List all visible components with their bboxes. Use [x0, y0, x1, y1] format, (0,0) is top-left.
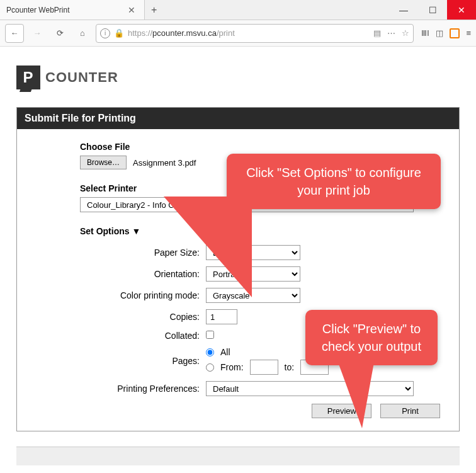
url-more-icon[interactable]: ⋯ [387, 28, 395, 38]
pages-to-label: to: [285, 362, 295, 372]
pages-from-input[interactable] [250, 360, 278, 375]
bookmark-star-icon[interactable]: ☆ [402, 28, 409, 38]
extension-icon[interactable] [450, 28, 460, 38]
reader-mode-icon[interactable]: ▤ [373, 28, 381, 38]
collated-label: Collated: [80, 331, 206, 341]
callout-preview: Click "Preview" to check your output [305, 310, 438, 365]
print-button[interactable]: Print [380, 404, 440, 418]
logo-text: COUNTER [45, 69, 118, 86]
library-icon[interactable]: ⅢⅠ [421, 28, 429, 38]
forward-button[interactable]: → [28, 24, 47, 43]
choose-file-label: Choose File [80, 142, 440, 152]
browser-toolbar: ← → ⟳ ⌂ i 🔒 https://pcounter.msvu.ca/pri… [0, 20, 476, 47]
url-text: https://pcounter.msvu.ca/print [128, 28, 235, 38]
prefs-label: Printing Preferences: [80, 384, 206, 394]
page-content: P COUNTER Submit File for Printing Choos… [0, 47, 476, 450]
url-scheme: https:// [128, 28, 152, 38]
site-info-icon[interactable]: i [100, 28, 110, 38]
back-button[interactable]: ← [5, 24, 24, 43]
pages-from-label: From: [220, 362, 244, 372]
sidebar-icon[interactable]: ◫ [436, 28, 443, 38]
pages-from-radio[interactable] [206, 363, 214, 372]
window-titlebar: Pcounter WebPrint ✕ + — ☐ ✕ [0, 0, 476, 20]
new-tab-button[interactable]: + [145, 0, 163, 20]
browser-tab[interactable]: Pcounter WebPrint ✕ [0, 0, 145, 20]
maximize-button[interactable]: ☐ [418, 0, 447, 20]
footer-strip [16, 447, 460, 465]
hamburger-menu-icon[interactable]: ≡ [466, 28, 471, 38]
pcounter-logo: P COUNTER [16, 66, 460, 89]
home-button[interactable]: ⌂ [73, 24, 92, 43]
url-path: /print [217, 28, 235, 38]
set-options-toggle[interactable]: Set Options ▼ [80, 226, 440, 236]
tab-close-icon[interactable]: ✕ [125, 5, 138, 15]
copies-input[interactable] [206, 309, 237, 324]
window-controls: — ☐ ✕ [389, 0, 476, 20]
selected-filename: Assignment 3.pdf [133, 158, 196, 168]
pages-all-radio[interactable] [206, 348, 214, 356]
browse-button[interactable]: Browse… [80, 156, 127, 169]
pages-label: Pages: [80, 356, 206, 366]
logo-mark-icon: P [16, 66, 40, 89]
callout-set-options: Click "Set Options" to configure your pr… [227, 154, 441, 209]
collated-checkbox[interactable] [206, 331, 214, 339]
copies-label: Copies: [80, 312, 206, 322]
reload-button[interactable]: ⟳ [50, 24, 69, 43]
url-host: pcounter.msvu.ca [152, 28, 217, 38]
lock-icon: 🔒 [114, 28, 124, 38]
address-bar[interactable]: i 🔒 https://pcounter.msvu.ca/print ▤ ⋯ ☆ [96, 24, 414, 43]
minimize-button[interactable]: — [389, 0, 418, 20]
prefs-select[interactable]: Default [206, 381, 414, 396]
close-window-button[interactable]: ✕ [447, 0, 476, 20]
pages-all-label: All [220, 347, 230, 357]
tab-title: Pcounter WebPrint [6, 6, 125, 14]
panel-title: Submit File for Printing [17, 108, 459, 129]
